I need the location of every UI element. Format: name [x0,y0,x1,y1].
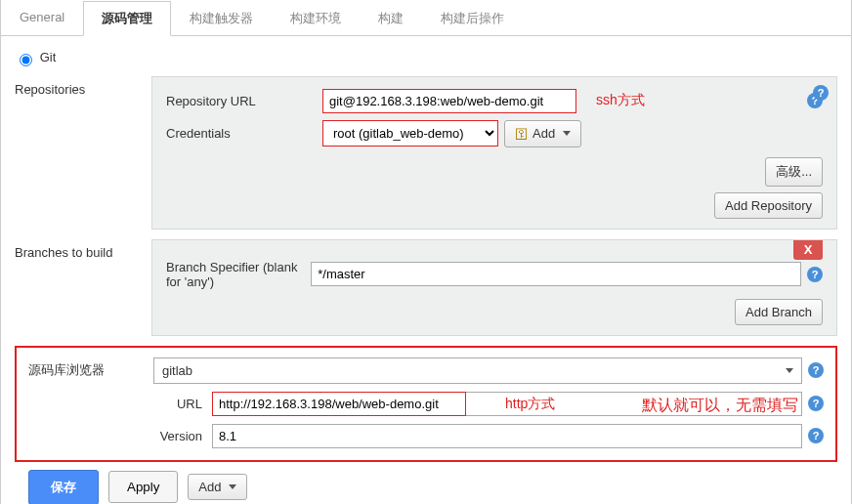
scm-radio-git[interactable] [20,54,32,66]
save-button[interactable]: 保存 [28,470,99,504]
browser-url-input[interactable] [212,392,466,416]
add-menu-label: Add [198,480,221,494]
browser-url-label: URL [153,397,212,411]
help-icon[interactable]: ? [808,362,824,378]
add-repository-button[interactable]: Add Repository [714,192,823,219]
browser-version-input[interactable] [212,424,802,448]
browser-version-label: Version [153,429,212,443]
help-icon[interactable]: ? [807,267,823,282]
help-icon[interactable]: ? [808,396,824,411]
scm-radio-git-label[interactable]: Git [15,50,56,64]
add-credentials-label: Add [532,126,555,141]
credentials-label: Credentials [166,126,322,141]
delete-branch-button[interactable]: X [793,240,823,260]
branches-panel: X Branch Specifier (blank for 'any') ? A… [151,239,837,336]
chevron-down-icon [786,368,793,373]
repositories-section: Repositories ? Repository URL ssh方式 ? [15,76,837,230]
tab-post[interactable]: 构建后操作 [422,1,523,36]
repositories-panel: ? Repository URL ssh方式 ? [151,76,837,230]
credentials-select[interactable]: root (gitlab_web-demo) [322,120,498,147]
scm-radio-git-text: Git [40,50,57,64]
key-icon: ⚿ [515,126,529,142]
add-credentials-button[interactable]: ⚿ Add [504,120,581,147]
apply-button[interactable]: Apply [108,471,178,503]
repo-browser-select[interactable]: gitlab [153,357,802,384]
advanced-button[interactable]: 高级... [765,157,823,187]
tab-build[interactable]: 构建 [360,1,422,36]
repo-browser-label: 源码库浏览器 [28,361,153,379]
config-panel: General 源码管理 构建触发器 构建环境 构建 构建后操作 Git Rep… [0,0,852,504]
help-icon[interactable]: ? [808,428,824,443]
add-menu-button[interactable]: Add [188,474,247,500]
repositories-label: Repositories [15,76,151,97]
tab-general[interactable]: General [1,1,83,36]
http-annotation: http方式 [505,396,555,413]
scm-radio-row: Git [15,46,837,76]
note-annotation: 默认就可以，无需填写 [642,396,798,416]
branch-specifier-input[interactable] [311,262,801,286]
repo-browser-section: 源码库浏览器 gitlab ? URL http方式 默认就可以，无需填写 ? [15,346,837,462]
tab-scm[interactable]: 源码管理 [83,1,171,36]
bottom-bar: 保存 Apply Add [15,462,837,504]
branch-specifier-label: Branch Specifier (blank for 'any') [166,260,311,289]
scm-content: Git Repositories ? Repository URL ssh方式 [1,36,851,504]
ssh-annotation: ssh方式 [596,92,645,109]
repo-browser-selected: gitlab [162,363,192,378]
tab-triggers[interactable]: 构建触发器 [171,1,272,36]
branches-label: Branches to build [15,239,151,260]
branches-section: Branches to build X Branch Specifier (bl… [15,239,837,336]
add-branch-button[interactable]: Add Branch [735,299,823,325]
help-icon[interactable]: ? [813,85,829,101]
repo-url-input[interactable] [322,89,576,113]
tab-env[interactable]: 构建环境 [272,1,360,36]
tab-bar: General 源码管理 构建触发器 构建环境 构建 构建后操作 [1,0,851,36]
